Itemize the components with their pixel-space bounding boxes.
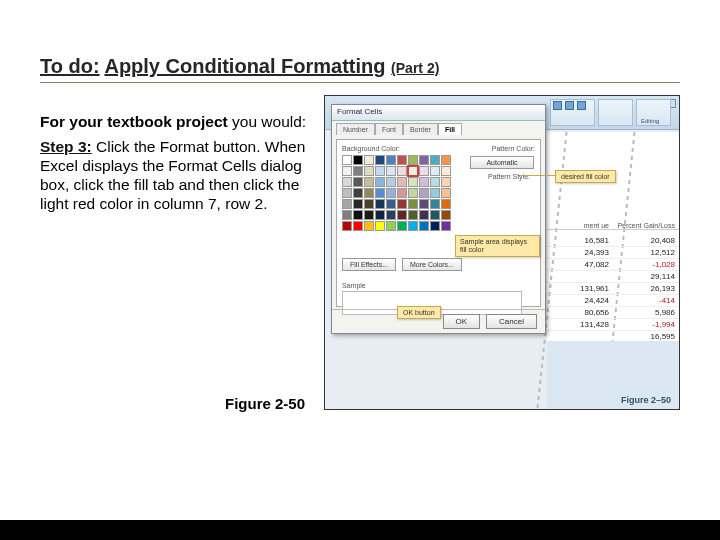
color-swatch[interactable]	[364, 210, 374, 220]
color-swatch[interactable]	[397, 188, 407, 198]
color-swatch[interactable]	[342, 210, 352, 220]
color-swatch[interactable]	[375, 177, 385, 187]
cell: -414	[613, 295, 679, 307]
step-label: Step 3:	[40, 138, 92, 155]
cell: 26,193	[613, 283, 679, 295]
color-swatch[interactable]	[408, 155, 418, 165]
color-swatch[interactable]	[408, 177, 418, 187]
color-swatch[interactable]	[441, 210, 451, 220]
color-swatch[interactable]	[375, 199, 385, 209]
title-bar: To do: Apply Conditional Formatting (Par…	[40, 55, 680, 83]
table-row: 131,428-1,994	[547, 319, 679, 331]
table-row: 24,39312,512	[547, 247, 679, 259]
tab-border[interactable]: Border	[403, 123, 438, 135]
color-swatch[interactable]	[353, 188, 363, 198]
color-swatch[interactable]	[364, 177, 374, 187]
color-swatch[interactable]	[375, 221, 385, 231]
color-swatch[interactable]	[386, 155, 396, 165]
color-swatch[interactable]	[441, 221, 451, 231]
color-swatch[interactable]	[430, 199, 440, 209]
color-swatch[interactable]	[419, 166, 429, 176]
color-swatch[interactable]	[342, 177, 352, 187]
color-swatch[interactable]	[364, 155, 374, 165]
color-swatch[interactable]	[430, 221, 440, 231]
color-swatch[interactable]	[386, 177, 396, 187]
color-swatch[interactable]	[342, 166, 352, 176]
color-swatch[interactable]	[397, 177, 407, 187]
color-swatch[interactable]	[430, 166, 440, 176]
color-swatch[interactable]	[386, 188, 396, 198]
title-prefix: To do:	[40, 55, 100, 77]
color-swatch[interactable]	[430, 188, 440, 198]
color-swatch[interactable]	[441, 155, 451, 165]
color-swatch[interactable]	[419, 177, 429, 187]
color-swatch[interactable]	[342, 221, 352, 231]
color-swatch[interactable]	[386, 210, 396, 220]
color-swatch[interactable]	[375, 188, 385, 198]
color-swatch[interactable]	[364, 188, 374, 198]
color-swatch[interactable]	[353, 155, 363, 165]
color-swatch[interactable]	[342, 155, 352, 165]
intro-bold: For your textbook project	[40, 113, 228, 130]
color-swatch[interactable]	[430, 155, 440, 165]
color-swatch[interactable]	[419, 188, 429, 198]
color-swatch[interactable]	[408, 199, 418, 209]
ribbon-group	[598, 99, 633, 126]
color-swatch[interactable]	[408, 166, 418, 176]
tab-fill[interactable]: Fill	[438, 123, 462, 135]
color-swatch[interactable]	[430, 177, 440, 187]
color-swatch[interactable]	[386, 221, 396, 231]
color-swatch[interactable]	[419, 210, 429, 220]
color-swatch[interactable]	[397, 166, 407, 176]
color-swatch[interactable]	[419, 199, 429, 209]
color-swatch[interactable]	[342, 188, 352, 198]
color-swatch[interactable]	[364, 199, 374, 209]
color-swatch[interactable]	[375, 155, 385, 165]
table-row: 131,96126,193	[547, 283, 679, 295]
color-swatch[interactable]	[342, 199, 352, 209]
ribbon-icon	[553, 101, 562, 110]
color-swatch[interactable]	[397, 210, 407, 220]
color-swatch[interactable]	[386, 199, 396, 209]
color-swatch[interactable]	[397, 199, 407, 209]
color-swatch[interactable]	[353, 221, 363, 231]
color-swatch[interactable]	[408, 221, 418, 231]
color-swatch[interactable]	[375, 166, 385, 176]
title-part: (Part 2)	[391, 60, 439, 76]
title-main: Apply Conditional Formatting	[104, 55, 385, 77]
cancel-button[interactable]: Cancel	[486, 314, 537, 329]
color-swatch[interactable]	[397, 221, 407, 231]
tab-font[interactable]: Font	[375, 123, 403, 135]
color-swatch[interactable]	[364, 166, 374, 176]
color-swatch[interactable]	[408, 210, 418, 220]
tab-number[interactable]: Number	[336, 123, 375, 135]
color-swatch[interactable]	[353, 177, 363, 187]
color-swatch[interactable]	[430, 210, 440, 220]
ribbon-icons	[553, 101, 586, 110]
color-swatch[interactable]	[375, 210, 385, 220]
color-swatch[interactable]	[353, 210, 363, 220]
table-row: 29,114	[547, 271, 679, 283]
cell: 80,656	[547, 307, 613, 319]
color-swatch[interactable]	[441, 199, 451, 209]
color-swatch[interactable]	[419, 221, 429, 231]
color-swatch[interactable]	[353, 199, 363, 209]
color-swatch[interactable]	[386, 166, 396, 176]
color-swatch[interactable]	[364, 221, 374, 231]
table-row: 80,6565,986	[547, 307, 679, 319]
cell: -1,028	[613, 259, 679, 271]
automatic-dropdown[interactable]: Automatic	[470, 156, 534, 169]
color-swatch[interactable]	[441, 177, 451, 187]
ok-button[interactable]: OK	[443, 314, 481, 329]
color-swatch[interactable]	[408, 188, 418, 198]
format-cells-dialog[interactable]: Format Cells Number Font Border Fill Bac…	[331, 104, 546, 334]
more-colors-button[interactable]: More Colors...	[402, 258, 462, 271]
ribbon-group: Editing	[636, 99, 671, 126]
color-swatch[interactable]	[419, 155, 429, 165]
cell: 5,986	[613, 307, 679, 319]
color-swatch[interactable]	[441, 166, 451, 176]
color-swatch[interactable]	[353, 166, 363, 176]
fill-effects-button[interactable]: Fill Effects...	[342, 258, 396, 271]
color-swatch[interactable]	[397, 155, 407, 165]
color-swatch[interactable]	[441, 188, 451, 198]
